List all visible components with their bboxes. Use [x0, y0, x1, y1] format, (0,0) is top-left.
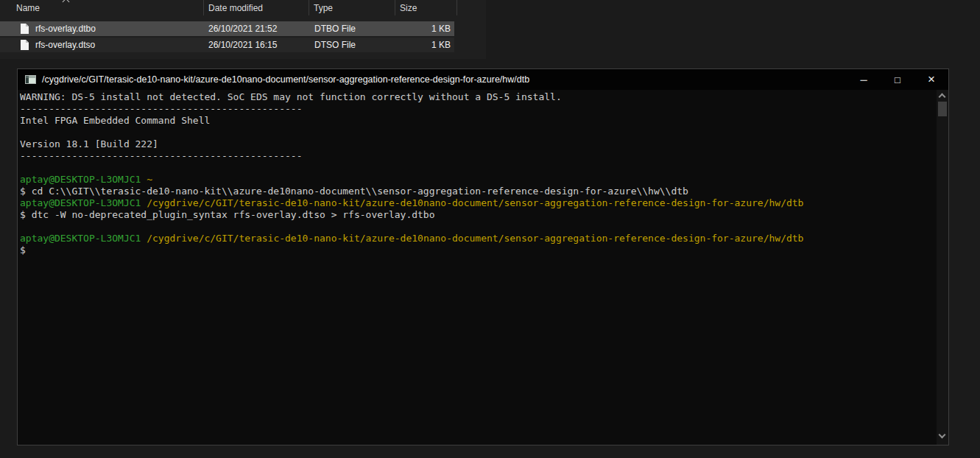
- scroll-up-icon[interactable]: [937, 92, 948, 102]
- file-row[interactable]: rfs-overlay.dtbo26/10/2021 21:52DTBO Fil…: [0, 21, 454, 36]
- maximize-button[interactable]: □: [881, 69, 914, 90]
- terminal-line: aptay@DESKTOP-L3OMJC1 /cygdrive/c/GIT/te…: [20, 197, 934, 209]
- terminal-line: WARNING: DS-5 install not detected. SoC …: [20, 91, 934, 103]
- file-name: rfs-overlay.dtso: [35, 40, 95, 50]
- column-header-date-modified[interactable]: Date modified: [204, 0, 309, 15]
- file-type: DTSO File: [314, 40, 356, 50]
- terminal-line: [20, 221, 934, 233]
- terminal-line: Intel FPGA Embedded Command Shell: [20, 115, 934, 127]
- terminal-line: aptay@DESKTOP-L3OMJC1 /cygdrive/c/GIT/te…: [20, 233, 934, 244]
- file-type: DTBO File: [314, 24, 356, 34]
- terminal-text: $ dtc -W no-deprecated_plugin_syntax rfs…: [20, 209, 435, 220]
- scroll-down-icon[interactable]: [937, 432, 948, 443]
- prompt-cwd: ~: [141, 174, 152, 185]
- prompt-cwd: /cygdrive/c/GIT/terasic-de10-nano-kit/az…: [141, 233, 803, 244]
- prompt-user-host: aptay@DESKTOP-L3OMJC1: [20, 233, 141, 244]
- file-list: rfs-overlay.dtbo26/10/2021 21:52DTBO Fil…: [0, 21, 454, 54]
- file-size: 1 KB: [395, 40, 451, 50]
- terminal-title: /cygdrive/c/GIT/terasic-de10-nano-kit/az…: [42, 74, 529, 85]
- file-icon: [21, 24, 29, 34]
- prompt-cwd: /cygdrive/c/GIT/terasic-de10-nano-kit/az…: [141, 197, 803, 208]
- prompt-user-host: aptay@DESKTOP-L3OMJC1: [20, 197, 141, 208]
- terminal-scrollbar[interactable]: [937, 90, 948, 445]
- window-controls: ─ □ ×: [847, 69, 948, 90]
- terminal-line: $ dtc -W no-deprecated_plugin_syntax rfs…: [20, 209, 934, 221]
- file-icon: [21, 40, 29, 50]
- terminal-line: aptay@DESKTOP-L3OMJC1 ~: [20, 174, 934, 186]
- terminal-icon[interactable]: [25, 75, 36, 84]
- terminal-text: $: [20, 244, 26, 256]
- column-header-name[interactable]: Name: [0, 0, 204, 15]
- column-header-size[interactable]: Size: [395, 0, 457, 15]
- column-header-label: Name: [16, 3, 40, 13]
- terminal-text: Intel FPGA Embedded Command Shell: [20, 115, 210, 126]
- terminal-line: Version 18.1 [Build 222]: [20, 138, 934, 150]
- column-header-label: Date modified: [208, 3, 263, 13]
- minimize-button[interactable]: ─: [847, 69, 881, 90]
- terminal-window: /cygdrive/c/GIT/terasic-de10-nano-kit/az…: [17, 68, 949, 445]
- terminal-line: ----------------------------------------…: [20, 103, 934, 115]
- file-size: 1 KB: [395, 24, 451, 34]
- prompt-user-host: aptay@DESKTOP-L3OMJC1: [20, 174, 141, 185]
- terminal-output[interactable]: WARNING: DS-5 install not detected. SoC …: [20, 91, 934, 443]
- scrollbar-thumb[interactable]: [938, 102, 947, 116]
- terminal-text: $ cd C:\\GIT\\terasic-de10-nano-kit\\azu…: [20, 186, 688, 197]
- terminal-text: Version 18.1 [Build 222]: [20, 138, 158, 149]
- terminal-line: $: [20, 244, 934, 256]
- terminal-text: ----------------------------------------…: [20, 103, 303, 114]
- terminal-line: $ cd C:\\GIT\\terasic-de10-nano-kit\\azu…: [20, 186, 934, 197]
- file-name: rfs-overlay.dtbo: [35, 24, 96, 34]
- column-header-label: Size: [400, 3, 417, 13]
- terminal-text: WARNING: DS-5 install not detected. SoC …: [20, 91, 562, 102]
- terminal-text: ----------------------------------------…: [20, 150, 303, 161]
- terminal-titlebar[interactable]: /cygdrive/c/GIT/terasic-de10-nano-kit/az…: [18, 69, 948, 90]
- terminal-line: ----------------------------------------…: [20, 150, 934, 162]
- sort-ascending-icon: [63, 0, 68, 2]
- terminal-line: [20, 162, 934, 174]
- file-date-modified: 26/10/2021 21:52: [208, 24, 277, 34]
- file-explorer-panel: Name Date modified Type Size rfs-overlay…: [0, 0, 486, 59]
- file-date-modified: 26/10/2021 16:15: [208, 40, 277, 50]
- terminal-line: [20, 127, 934, 138]
- column-header-type[interactable]: Type: [309, 0, 395, 15]
- close-button[interactable]: ×: [914, 69, 948, 90]
- file-row[interactable]: rfs-overlay.dtso26/10/2021 16:15DTSO Fil…: [0, 38, 454, 52]
- column-header-label: Type: [314, 3, 333, 13]
- file-list-header: Name Date modified Type Size: [0, 0, 457, 15]
